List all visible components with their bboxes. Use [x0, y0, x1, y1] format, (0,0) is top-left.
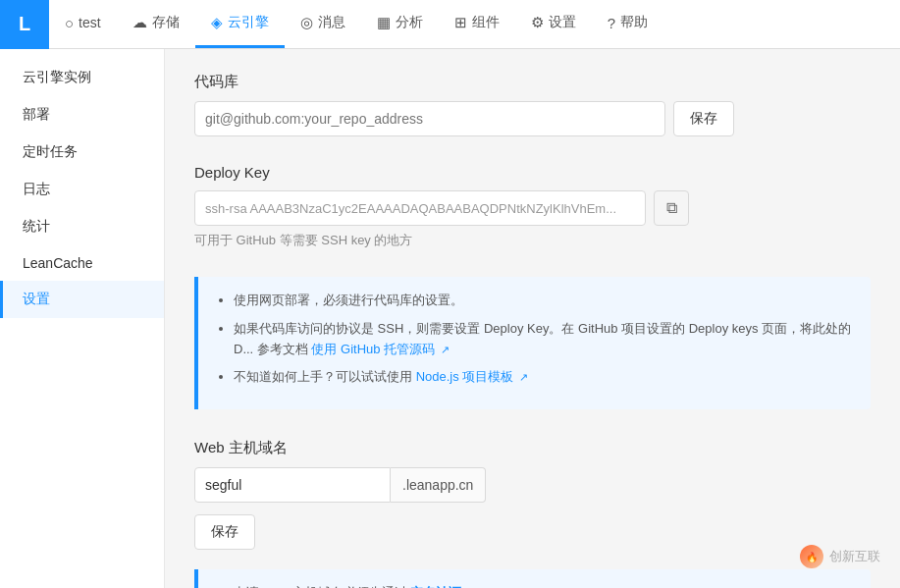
hostname-save-row: 保存: [194, 514, 871, 550]
copy-button[interactable]: ⧉: [654, 190, 689, 226]
info-text-2: 如果代码库访问的协议是 SSH，则需要设置 Deploy Key。在 GitHu…: [234, 321, 851, 356]
external-icon-1: ↗: [441, 344, 450, 355]
help-icon: ?: [608, 15, 615, 31]
info-item-2: 如果代码库访问的协议是 SSH，则需要设置 Deploy Key。在 GitHu…: [234, 319, 853, 360]
hostname-input[interactable]: [194, 467, 391, 503]
nav-label-analytics: 分析: [396, 14, 423, 31]
deploy-key-helper: 可用于 GitHub 等需要 SSH key 的地方: [194, 232, 871, 249]
watermark-text: 创新互联: [829, 548, 880, 565]
analytics-icon: ▦: [377, 14, 391, 31]
github-link[interactable]: 使用 GitHub 托管源码 ↗: [311, 342, 449, 356]
nav-item-storage[interactable]: ☁ 存储: [117, 0, 195, 48]
info-text-1: 使用网页部署，必须进行代码库的设置。: [234, 293, 463, 307]
hostname-title: Web 主机域名: [194, 439, 871, 457]
settings-icon: ⚙: [531, 14, 544, 31]
sidebar-item-logs[interactable]: 日志: [0, 171, 164, 208]
nav-items: ○ test ☁ 存储 ◈ 云引擎 ◎ 消息 ▦ 分析 ⊞ 组件 ⚙ 设置 ?: [49, 0, 663, 48]
test-icon: ○: [65, 15, 74, 31]
info-text-3: 不知道如何上手？可以试试使用 Node.js 项目模板 ↗: [234, 369, 528, 384]
copy-icon: ⧉: [666, 199, 677, 217]
layout: 云引擎实例 部署 定时任务 日志 统计 LeanCache 设置 代码库 保存: [0, 49, 900, 588]
repo-input[interactable]: [194, 101, 665, 136]
nav-item-components[interactable]: ⊞ 组件: [439, 0, 515, 48]
repo-input-row: 保存: [194, 101, 871, 136]
watermark-logo: 🔥: [800, 545, 823, 568]
sidebar-item-instances[interactable]: 云引擎实例: [0, 59, 164, 96]
watermark: 🔥 创新互联: [800, 545, 880, 568]
nav-item-cloud[interactable]: ◈ 云引擎: [195, 0, 285, 48]
hostname-suffix: .leanapp.cn: [391, 467, 486, 503]
repo-save-button[interactable]: 保存: [673, 101, 734, 136]
top-nav: L ○ test ☁ 存储 ◈ 云引擎 ◎ 消息 ▦ 分析 ⊞ 组件 ⚙ 设置: [0, 0, 900, 49]
deploy-key-title: Deploy Key: [194, 164, 871, 181]
sidebar-item-cron[interactable]: 定时任务: [0, 134, 164, 171]
repo-section: 代码库 保存: [194, 73, 871, 136]
repo-title: 代码库: [194, 73, 871, 91]
sidebar-item-leancache[interactable]: LeanCache: [0, 245, 164, 281]
nav-label-cloud: 云引擎: [228, 14, 269, 31]
nav-item-help[interactable]: ? 帮助: [592, 0, 663, 48]
external-icon-2: ↗: [519, 371, 528, 383]
sidebar-item-deploy[interactable]: 部署: [0, 96, 164, 134]
nav-item-settings[interactable]: ⚙ 设置: [515, 0, 592, 48]
sidebar-item-stats[interactable]: 统计: [0, 208, 164, 245]
info-item-3: 不知道如何上手？可以试试使用 Node.js 项目模板 ↗: [234, 367, 853, 388]
hostname-row: .leanapp.cn: [194, 467, 871, 503]
logo-letter: L: [19, 13, 30, 35]
nav-item-analytics[interactable]: ▦ 分析: [361, 0, 439, 48]
info-item-1: 使用网页部署，必须进行代码库的设置。: [234, 291, 853, 311]
cloud-icon: ☁: [132, 14, 147, 31]
nav-item-message[interactable]: ◎ 消息: [285, 0, 361, 48]
nav-logo[interactable]: L: [0, 0, 49, 49]
nav-label-message: 消息: [318, 14, 345, 31]
main-content: 代码库 保存 Deploy Key ⧉ 可用于 GitHub 等需要 SSH k…: [165, 49, 900, 588]
bottom-info-box: 申请 Web 主机域名必须先通过 实名认证: [194, 569, 871, 588]
components-icon: ⊞: [454, 14, 467, 31]
nodejs-template-link[interactable]: Node.js 项目模板 ↗: [416, 369, 528, 384]
bottom-info-list: 申请 Web 主机域名必须先通过 实名认证: [216, 583, 853, 588]
hostname-save-button[interactable]: 保存: [194, 514, 255, 550]
bottom-info-item: 申请 Web 主机域名必须先通过 实名认证: [234, 583, 853, 588]
message-icon: ◎: [300, 14, 313, 31]
info-box: 使用网页部署，必须进行代码库的设置。 如果代码库访问的协议是 SSH，则需要设置…: [194, 277, 871, 409]
hostname-section: Web 主机域名 .leanapp.cn 保存: [194, 439, 871, 550]
info-list: 使用网页部署，必须进行代码库的设置。 如果代码库访问的协议是 SSH，则需要设置…: [216, 291, 853, 388]
deploy-key-input-row: ⧉: [194, 190, 871, 226]
nav-label-test: test: [79, 15, 101, 30]
nav-label-storage: 存储: [152, 14, 180, 31]
nav-item-test[interactable]: ○ test: [49, 0, 117, 48]
sidebar: 云引擎实例 部署 定时任务 日志 统计 LeanCache 设置: [0, 49, 165, 588]
cloud-engine-icon: ◈: [211, 14, 223, 31]
sidebar-item-settings[interactable]: 设置: [0, 281, 164, 318]
nav-label-settings: 设置: [549, 14, 576, 31]
deploy-key-section: Deploy Key ⧉ 可用于 GitHub 等需要 SSH key 的地方: [194, 164, 871, 249]
nav-label-components: 组件: [472, 14, 500, 31]
nav-label-help: 帮助: [620, 14, 648, 31]
deploy-key-input[interactable]: [194, 190, 646, 226]
